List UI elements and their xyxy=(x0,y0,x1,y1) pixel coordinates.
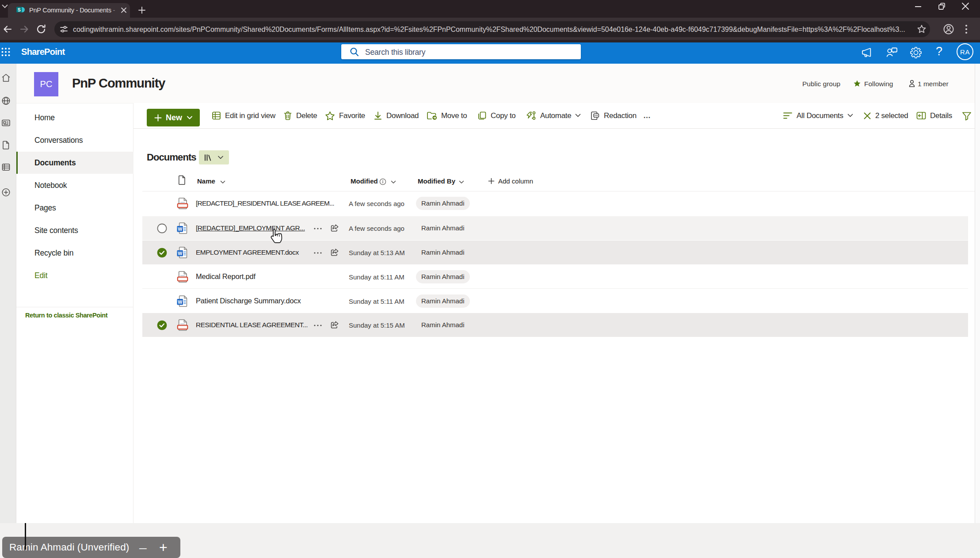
svg-text:W: W xyxy=(178,299,182,305)
svg-text:W: W xyxy=(178,251,182,256)
svg-text:W: W xyxy=(178,226,182,232)
svg-text:S: S xyxy=(18,7,21,12)
